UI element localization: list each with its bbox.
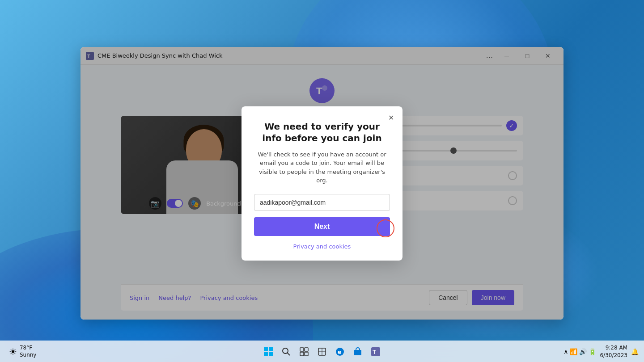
svg-rect-7 <box>269 352 273 356</box>
search-button[interactable] <box>278 344 294 360</box>
condition: Sunny <box>20 352 37 359</box>
svg-rect-19 <box>354 350 361 355</box>
next-button[interactable]: Next <box>254 217 390 236</box>
date-display: 6/30/2023 <box>600 352 627 359</box>
modal-description: We'll check to see if you have an accoun… <box>254 150 390 185</box>
chevron-up-icon[interactable]: ∧ <box>564 348 568 355</box>
start-button[interactable] <box>260 344 276 360</box>
clock[interactable]: 9:28 AM 6/30/2023 <box>600 344 627 359</box>
widgets-button[interactable] <box>314 344 330 360</box>
battery-icon: 🔋 <box>589 348 596 355</box>
store-button[interactable] <box>350 344 366 360</box>
modal-close-button[interactable]: ✕ <box>385 112 397 124</box>
temperature: 78°F <box>20 345 37 352</box>
email-input[interactable] <box>254 194 390 211</box>
svg-rect-4 <box>264 347 268 351</box>
teams-taskbar-button[interactable]: T <box>368 344 384 360</box>
modal-overlay: ✕ We need to verify your info before you… <box>80 47 564 320</box>
modal-title: We need to verify your info before you c… <box>254 121 390 144</box>
modal-privacy-link[interactable]: Privacy and cookies <box>254 243 390 250</box>
weather-text: 78°F Sunny <box>20 345 37 358</box>
svg-text:T: T <box>373 349 376 355</box>
wifi-icon: 📶 <box>570 348 577 355</box>
svg-rect-5 <box>269 347 273 351</box>
verify-modal: ✕ We need to verify your info before you… <box>242 106 402 261</box>
taskbar: ☀️ 78°F Sunny <box>0 341 644 362</box>
svg-rect-13 <box>305 352 308 356</box>
task-view-button[interactable] <box>296 344 312 360</box>
weather-widget[interactable]: ☀️ 78°F Sunny <box>5 343 40 360</box>
edge-browser-button[interactable]: e <box>332 344 348 360</box>
svg-text:e: e <box>338 349 341 355</box>
taskbar-left: ☀️ 78°F Sunny <box>5 343 40 360</box>
app-window: T CME Biweekly Design Sync with Chad Wic… <box>80 47 564 320</box>
svg-rect-11 <box>305 348 308 351</box>
time-display: 9:28 AM <box>600 344 627 352</box>
svg-rect-6 <box>264 352 268 356</box>
notification-icon[interactable]: 🔔 <box>631 348 639 355</box>
taskbar-right: ∧ 📶 🔊 🔋 9:28 AM 6/30/2023 🔔 <box>564 344 639 359</box>
svg-rect-12 <box>300 352 304 356</box>
system-tray-icons[interactable]: ∧ 📶 🔊 🔋 <box>564 348 596 355</box>
svg-rect-10 <box>300 348 304 351</box>
weather-icon: ☀️ <box>9 346 17 357</box>
taskbar-center: e T <box>260 344 384 360</box>
svg-line-9 <box>287 353 290 355</box>
speaker-icon: 🔊 <box>579 348 587 355</box>
